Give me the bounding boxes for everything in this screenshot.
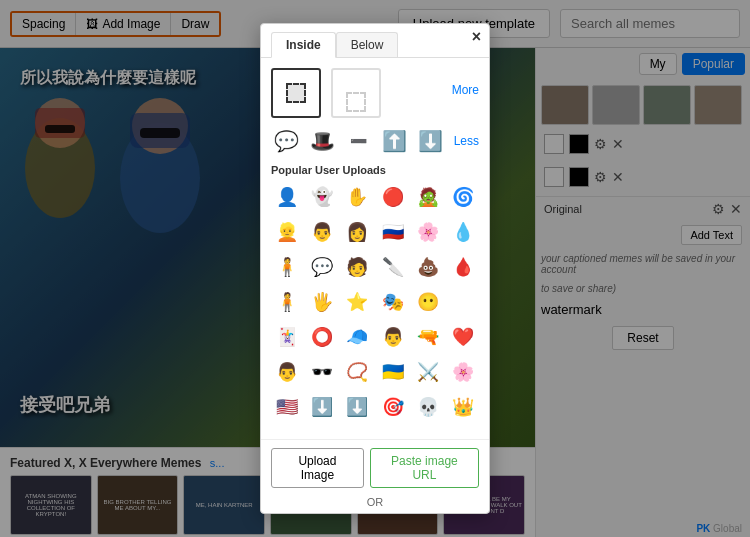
sticker-cell-27[interactable]: 🧢 (341, 321, 373, 353)
or-label: OR (261, 496, 489, 513)
sticker-cell-9[interactable]: 👩 (341, 216, 373, 248)
sticker-cell-14[interactable]: 💬 (306, 251, 338, 283)
sticker-cell-37[interactable]: 🇺🇸 (271, 391, 303, 423)
modal-tab-below[interactable]: Below (336, 32, 399, 57)
sticker-cell-6[interactable]: 🌀 (447, 181, 479, 213)
modal-tabs: Inside Below (261, 24, 489, 58)
modal-close-button[interactable]: × (472, 29, 481, 45)
sticker-minus[interactable]: ➖ (343, 126, 373, 156)
sticker-cell-39[interactable]: ⬇️ (341, 391, 373, 423)
sticker-cell-26[interactable]: ⭕ (306, 321, 338, 353)
position-box-below[interactable] (331, 68, 381, 118)
sticker-cell-33[interactable]: 📿 (341, 356, 373, 388)
position-inner-inside (286, 83, 306, 103)
sticker-cell-15[interactable]: 🧑 (341, 251, 373, 283)
position-row: More (271, 68, 479, 118)
sticker-hat[interactable]: 🎩 (307, 126, 337, 156)
sticker-modal: × Inside Below More (260, 23, 490, 514)
sticker-cell-13[interactable]: 🧍 (271, 251, 303, 283)
sticker-cell-40[interactable]: 🎯 (377, 391, 409, 423)
sticker-cell-41[interactable]: 💀 (412, 391, 444, 423)
sticker-cell-5[interactable]: 🧟 (412, 181, 444, 213)
sticker-cell-12[interactable]: 💧 (447, 216, 479, 248)
more-link[interactable]: More (452, 83, 479, 97)
sticker-cell-24[interactable] (447, 286, 479, 318)
sticker-cell-25[interactable]: 🃏 (271, 321, 303, 353)
sticker-down[interactable]: ⬇️ (415, 126, 445, 156)
sticker-cell-22[interactable]: 🎭 (377, 286, 409, 318)
sticker-cell-34[interactable]: 🇺🇦 (377, 356, 409, 388)
sticker-cell-18[interactable]: 🩸 (447, 251, 479, 283)
modal-tab-inside[interactable]: Inside (271, 32, 336, 58)
sticker-cell-21[interactable]: ⭐ (341, 286, 373, 318)
sticker-cell-23[interactable]: 😶 (412, 286, 444, 318)
modal-overlay[interactable]: × Inside Below More (0, 0, 750, 537)
sticker-cell-3[interactable]: ✋ (341, 181, 373, 213)
sticker-cell-29[interactable]: 🔫 (412, 321, 444, 353)
sticker-cell-11[interactable]: 🌸 (412, 216, 444, 248)
modal-footer: Upload Image Paste image URL (261, 439, 489, 496)
position-inside (271, 68, 321, 118)
sticker-cell-8[interactable]: 👨 (306, 216, 338, 248)
less-link[interactable]: Less (454, 134, 479, 148)
sticker-up[interactable]: ⬆️ (379, 126, 409, 156)
sticker-cell-30[interactable]: ❤️ (447, 321, 479, 353)
popular-label: Popular User Uploads (271, 164, 479, 176)
sticker-grid: 👤 👻 ✋ 🔴 🧟 🌀 👱 👨 👩 🇷🇺 🌸 💧 🧍 💬 🧑 🔪 💩 (271, 181, 479, 423)
position-inner-below (346, 92, 366, 112)
sticker-cell-32[interactable]: 🕶️ (306, 356, 338, 388)
sticker-cell-16[interactable]: 🔪 (377, 251, 409, 283)
sticker-cell-10[interactable]: 🇷🇺 (377, 216, 409, 248)
sticker-cell-17[interactable]: 💩 (412, 251, 444, 283)
sticker-speech[interactable]: 💬 (271, 126, 301, 156)
sticker-cell-1[interactable]: 👤 (271, 181, 303, 213)
sticker-cell-38[interactable]: ⬇️ (306, 391, 338, 423)
position-box-inside[interactable] (271, 68, 321, 118)
sticker-cell-7[interactable]: 👱 (271, 216, 303, 248)
sticker-cell-31[interactable]: 👨 (271, 356, 303, 388)
sticker-cell-2[interactable]: 👻 (306, 181, 338, 213)
basic-sticker-row: 💬 🎩 ➖ ⬆️ ⬇️ Less (271, 126, 479, 156)
paste-url-button[interactable]: Paste image URL (370, 448, 479, 488)
sticker-cell-35[interactable]: ⚔️ (412, 356, 444, 388)
sticker-cell-19[interactable]: 🧍 (271, 286, 303, 318)
sticker-cell-4[interactable]: 🔴 (377, 181, 409, 213)
sticker-cell-36[interactable]: 🌸 (447, 356, 479, 388)
sticker-cell-42[interactable]: 👑 (447, 391, 479, 423)
sticker-cell-28[interactable]: 👨 (377, 321, 409, 353)
sticker-cell-20[interactable]: 🖐️ (306, 286, 338, 318)
modal-body: More 💬 🎩 ➖ ⬆️ ⬇️ Less Popular User Uploa… (261, 58, 489, 439)
position-below (331, 68, 381, 118)
upload-image-button[interactable]: Upload Image (271, 448, 364, 488)
